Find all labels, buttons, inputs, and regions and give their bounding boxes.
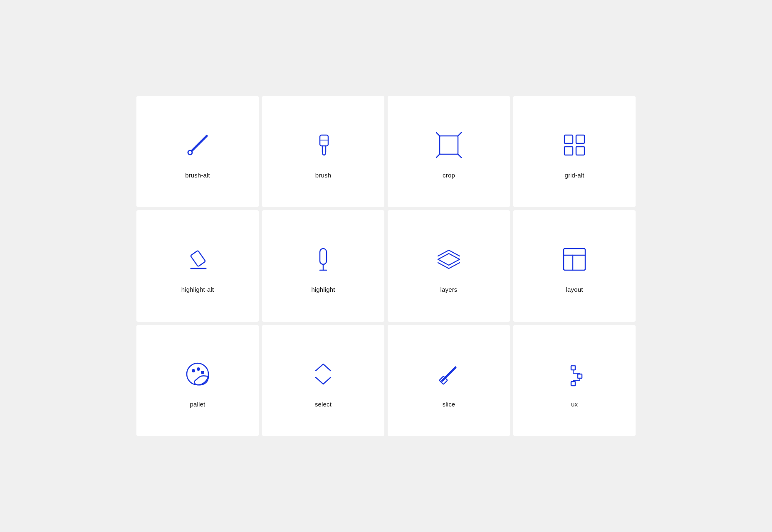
brush-icon [307,128,340,162]
highlight-alt-label: highlight-alt [181,286,214,293]
svg-line-7 [436,154,440,158]
select-label: select [315,401,332,408]
icon-card-layout[interactable]: layout [513,210,636,321]
select-icon [307,357,340,391]
icon-card-highlight[interactable]: highlight [262,210,384,321]
crop-label: crop [443,172,455,179]
layout-icon [558,243,591,276]
slice-icon [432,357,465,391]
svg-rect-12 [576,147,584,155]
svg-rect-9 [564,135,573,143]
grid-alt-label: grid-alt [564,172,584,179]
svg-point-23 [197,367,200,371]
svg-point-21 [187,363,208,385]
icon-card-highlight-alt[interactable]: highlight-alt [136,210,259,321]
svg-rect-28 [578,374,582,378]
pallet-label: pallet [190,401,205,408]
brush-alt-icon [181,128,214,162]
svg-rect-29 [571,382,575,386]
svg-rect-18 [564,249,585,270]
brush-alt-label: brush-alt [185,172,210,179]
svg-line-0 [192,136,207,151]
icon-card-layers[interactable]: layers [388,210,510,321]
highlight-alt-icon [181,243,214,276]
icon-card-ux[interactable]: ux [513,325,636,436]
pallet-icon [181,357,214,391]
slice-label: slice [443,401,455,408]
grid-alt-icon [558,128,591,162]
highlight-icon [307,243,340,276]
svg-point-24 [201,371,204,374]
icon-card-grid-alt[interactable]: grid-alt [513,96,636,207]
svg-line-8 [458,154,461,158]
svg-rect-27 [571,366,575,370]
brush-label: brush [315,172,331,179]
icon-grid: brush-alt brush crop [136,96,636,436]
ux-icon [558,357,591,391]
ux-label: ux [571,401,578,408]
icon-card-crop[interactable]: crop [388,96,510,207]
icon-card-pallet[interactable]: pallet [136,325,259,436]
svg-rect-4 [440,136,458,154]
svg-line-25 [442,367,455,381]
icon-card-select[interactable]: select [262,325,384,436]
svg-line-5 [436,133,440,136]
svg-point-22 [192,369,195,372]
icon-card-slice[interactable]: slice [388,325,510,436]
highlight-label: highlight [311,286,335,293]
layers-icon [432,243,465,276]
icon-card-brush-alt[interactable]: brush-alt [136,96,259,207]
svg-rect-15 [320,249,327,264]
svg-rect-11 [564,147,573,155]
svg-point-1 [188,150,192,155]
svg-rect-14 [191,251,205,267]
svg-rect-10 [576,135,584,143]
layers-label: layers [440,286,458,293]
layout-label: layout [566,286,583,293]
crop-icon [432,128,465,162]
svg-line-6 [458,133,461,136]
icon-card-brush[interactable]: brush [262,96,384,207]
